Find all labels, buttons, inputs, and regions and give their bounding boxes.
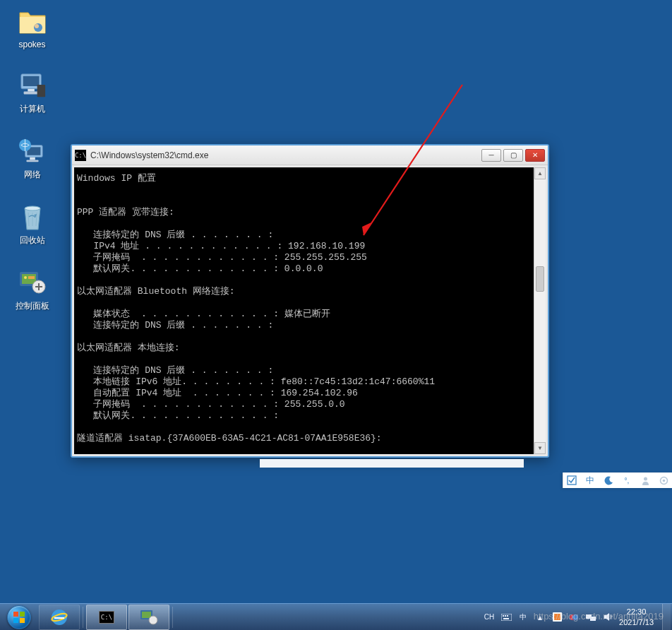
window-titlebar[interactable]: C:\ C:\Windows\system32\cmd.exe ─ ▢ ✕ <box>72 145 548 165</box>
svg-rect-27 <box>20 612 25 617</box>
maximize-button[interactable]: ▢ <box>503 149 523 162</box>
svg-rect-41 <box>554 614 560 620</box>
svg-rect-26 <box>13 612 18 617</box>
keyboard-icon[interactable] <box>500 612 512 623</box>
svg-rect-16 <box>28 276 35 279</box>
ime-language-indicator[interactable]: CH <box>484 612 495 623</box>
cmd-output[interactable]: Windows IP 配置 PPP 适配器 宽带连接: 连接特定的 DNS 后缀… <box>74 167 534 454</box>
svg-rect-4 <box>28 89 35 92</box>
cmd-body: Windows IP 配置 PPP 适配器 宽带连接: 连接特定的 DNS 后缀… <box>74 167 546 454</box>
svg-point-12 <box>25 206 40 210</box>
control-panel-icon <box>140 610 158 625</box>
svg-rect-29 <box>20 618 25 623</box>
scroll-down-arrow-icon[interactable]: ▼ <box>534 442 546 454</box>
folder-icon <box>18 8 47 37</box>
desktop-icon-spokes[interactable]: spokes <box>6 8 59 49</box>
start-button[interactable] <box>0 604 38 631</box>
network-icon <box>18 138 47 166</box>
settings-gear-icon[interactable] <box>658 475 669 486</box>
svg-rect-37 <box>505 615 506 617</box>
desktop-icon-label: 网络 <box>24 169 41 181</box>
tray-app-icon[interactable] <box>568 612 580 623</box>
svg-rect-6 <box>37 85 44 97</box>
svg-rect-36 <box>503 615 504 617</box>
taskbar-separator <box>172 607 173 628</box>
floating-ime-toolbar[interactable]: 中 °, <box>563 472 672 488</box>
svg-rect-10 <box>30 158 35 160</box>
ie-icon <box>49 607 69 627</box>
desktop-icons-area: spokes 计算机 网络 <box>6 8 59 335</box>
desktop-icon-network[interactable]: 网络 <box>6 138 59 181</box>
desktop-icon-label: 控制面板 <box>16 300 49 312</box>
network-tray-icon[interactable] <box>585 612 596 623</box>
ime-input-mode[interactable]: 中 <box>517 612 529 623</box>
svg-point-23 <box>644 477 647 480</box>
show-desktop-button[interactable] <box>662 604 671 631</box>
moon-icon[interactable] <box>603 475 614 486</box>
svg-point-34 <box>149 616 157 624</box>
volume-icon[interactable] <box>602 612 613 623</box>
clock-date: 2021/7/13 <box>619 617 654 627</box>
svg-rect-5 <box>23 92 38 95</box>
svg-point-43 <box>572 614 578 620</box>
control-panel-icon <box>18 269 47 297</box>
computer-icon <box>18 72 47 100</box>
cmd-icon: C:\ <box>99 611 114 624</box>
cmd-titlebar-icon: C:\ <box>75 150 86 161</box>
svg-rect-19 <box>38 283 40 290</box>
taskbar-item-ie[interactable] <box>39 605 80 630</box>
windows-logo-icon <box>7 605 31 629</box>
clock[interactable]: 22:30 2021/7/13 <box>619 607 656 627</box>
punctuation-icon[interactable]: °, <box>621 475 632 486</box>
svg-rect-22 <box>568 476 576 485</box>
taskbar-item-cmd[interactable]: C:\ <box>86 605 127 630</box>
minimize-button[interactable]: ─ <box>481 149 501 162</box>
svg-point-1 <box>35 24 39 28</box>
tray-chevron-icon[interactable]: ▴ <box>534 612 546 623</box>
svg-rect-35 <box>501 614 512 621</box>
desktop-icon-computer[interactable]: 计算机 <box>6 72 59 115</box>
svg-rect-28 <box>13 618 18 623</box>
svg-rect-45 <box>590 617 596 621</box>
scroll-up-arrow-icon[interactable]: ▲ <box>534 167 546 179</box>
scroll-thumb[interactable] <box>536 266 544 292</box>
recycle-bin-icon <box>18 203 47 232</box>
desktop-icon-recycle-bin[interactable]: 回收站 <box>6 203 59 246</box>
taskbar: C:\ CH 中 ▴ 22:30 2021/7/13 <box>0 603 672 630</box>
svg-rect-39 <box>503 618 509 619</box>
window-title-buttons: ─ ▢ ✕ <box>481 149 545 162</box>
desktop-icon-label: 计算机 <box>20 103 45 115</box>
ime-chinese-icon[interactable]: 中 <box>584 475 596 486</box>
taskbar-item-control-panel[interactable] <box>128 605 169 630</box>
desktop-icon-control-panel[interactable]: 控制面板 <box>6 269 59 312</box>
checkbox-icon[interactable] <box>566 475 577 486</box>
desktop-icon-label: 回收站 <box>20 234 45 246</box>
svg-rect-11 <box>26 160 38 162</box>
window-title: C:\Windows\system32\cmd.exe <box>90 150 481 160</box>
system-tray: CH 中 ▴ 22:30 2021/7/13 <box>484 604 672 630</box>
user-icon[interactable] <box>640 475 651 486</box>
svg-rect-3 <box>23 76 39 86</box>
svg-point-15 <box>24 276 27 279</box>
secondary-window-edge <box>260 459 524 468</box>
svg-rect-33 <box>142 612 151 618</box>
taskbar-separator <box>83 607 83 628</box>
close-button[interactable]: ✕ <box>525 149 545 162</box>
action-center-icon[interactable] <box>551 612 563 623</box>
clock-time: 22:30 <box>619 607 654 617</box>
svg-rect-38 <box>507 615 508 617</box>
desktop-icon-label: spokes <box>18 40 45 49</box>
cmd-scrollbar[interactable]: ▲ ▼ <box>534 167 546 454</box>
svg-point-25 <box>662 479 665 482</box>
cmd-window[interactable]: C:\ C:\Windows\system32\cmd.exe ─ ▢ ✕ Wi… <box>71 144 549 458</box>
